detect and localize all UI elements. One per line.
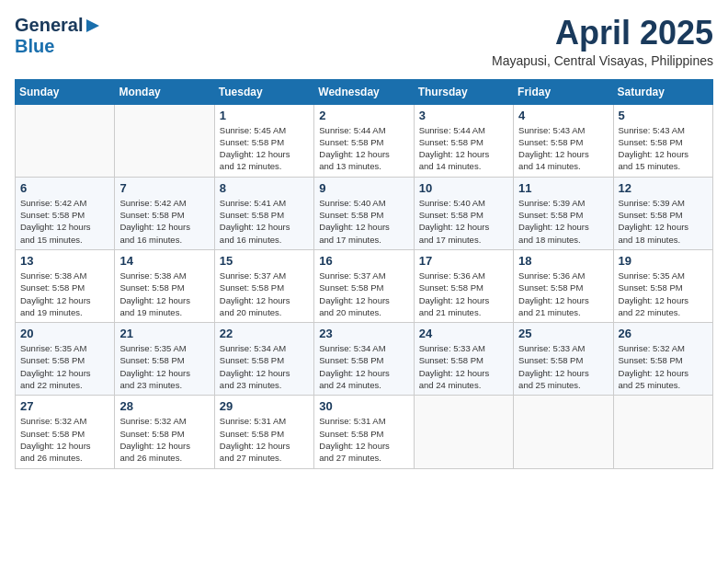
calendar-cell-w0-d2: 1Sunrise: 5:45 AM Sunset: 5:58 PM Daylig…: [214, 104, 313, 177]
calendar-cell-w3-d2: 22Sunrise: 5:34 AM Sunset: 5:58 PM Dayli…: [214, 323, 313, 396]
calendar-table: Sunday Monday Tuesday Wednesday Thursday…: [15, 79, 713, 469]
header-thursday: Thursday: [414, 79, 513, 104]
day-info: Sunrise: 5:37 AM Sunset: 5:58 PM Dayligh…: [319, 270, 408, 318]
calendar-cell-w4-d3: 30Sunrise: 5:31 AM Sunset: 5:58 PM Dayli…: [314, 396, 414, 468]
month-title: April 2025: [492, 15, 713, 52]
calendar-cell-w1-d2: 8Sunrise: 5:41 AM Sunset: 5:58 PM Daylig…: [214, 177, 313, 249]
day-number: 4: [518, 109, 608, 122]
day-number: 29: [220, 399, 309, 413]
day-info: Sunrise: 5:32 AM Sunset: 5:58 PM Dayligh…: [119, 415, 209, 464]
day-number: 22: [220, 327, 309, 340]
day-number: 17: [419, 254, 508, 268]
day-number: 2: [319, 109, 408, 122]
calendar-cell-w3-d4: 24Sunrise: 5:33 AM Sunset: 5:58 PM Dayli…: [414, 323, 513, 396]
calendar-cell-w3-d5: 25Sunrise: 5:33 AM Sunset: 5:58 PM Dayli…: [514, 323, 613, 396]
calendar-cell-w0-d0: [16, 104, 115, 177]
calendar-cell-w4-d4: [414, 396, 513, 468]
day-info: Sunrise: 5:31 AM Sunset: 5:58 PM Dayligh…: [319, 415, 408, 464]
day-info: Sunrise: 5:35 AM Sunset: 5:58 PM Dayligh…: [119, 342, 209, 391]
logo-triangle-icon: [85, 17, 101, 34]
day-number: 21: [119, 327, 209, 340]
calendar-cell-w1-d0: 6Sunrise: 5:42 AM Sunset: 5:58 PM Daylig…: [16, 177, 115, 249]
logo-blue-text: Blue: [15, 36, 54, 57]
day-number: 12: [619, 181, 708, 195]
week-row-3: 20Sunrise: 5:35 AM Sunset: 5:58 PM Dayli…: [16, 323, 713, 396]
location-title: Mayapusi, Central Visayas, Philippines: [492, 53, 713, 68]
day-number: 23: [319, 327, 408, 340]
day-number: 15: [220, 254, 309, 268]
calendar-cell-w1-d6: 12Sunrise: 5:39 AM Sunset: 5:58 PM Dayli…: [613, 177, 712, 249]
day-info: Sunrise: 5:34 AM Sunset: 5:58 PM Dayligh…: [220, 342, 309, 391]
day-info: Sunrise: 5:40 AM Sunset: 5:58 PM Dayligh…: [419, 197, 508, 246]
day-number: 10: [419, 181, 508, 195]
day-number: 3: [419, 109, 508, 122]
calendar-cell-w1-d5: 11Sunrise: 5:39 AM Sunset: 5:58 PM Dayli…: [514, 177, 613, 249]
title-area: April 2025 Mayapusi, Central Visayas, Ph…: [492, 15, 713, 68]
day-number: 7: [119, 181, 209, 195]
day-info: Sunrise: 5:37 AM Sunset: 5:58 PM Dayligh…: [220, 270, 309, 318]
logo: General Blue: [15, 15, 101, 57]
calendar-cell-w2-d2: 15Sunrise: 5:37 AM Sunset: 5:58 PM Dayli…: [214, 249, 313, 322]
calendar-cell-w1-d4: 10Sunrise: 5:40 AM Sunset: 5:58 PM Dayli…: [414, 177, 513, 249]
day-info: Sunrise: 5:39 AM Sunset: 5:58 PM Dayligh…: [619, 197, 708, 246]
day-info: Sunrise: 5:45 AM Sunset: 5:58 PM Dayligh…: [220, 124, 309, 173]
day-info: Sunrise: 5:38 AM Sunset: 5:58 PM Dayligh…: [20, 270, 109, 318]
day-info: Sunrise: 5:35 AM Sunset: 5:58 PM Dayligh…: [619, 270, 708, 318]
calendar-cell-w1-d1: 7Sunrise: 5:42 AM Sunset: 5:58 PM Daylig…: [115, 177, 214, 249]
weekday-header-row: Sunday Monday Tuesday Wednesday Thursday…: [16, 79, 713, 104]
calendar-cell-w2-d5: 18Sunrise: 5:36 AM Sunset: 5:58 PM Dayli…: [514, 249, 613, 322]
calendar-cell-w3-d6: 26Sunrise: 5:32 AM Sunset: 5:58 PM Dayli…: [613, 323, 712, 396]
day-info: Sunrise: 5:36 AM Sunset: 5:58 PM Dayligh…: [518, 270, 608, 318]
week-row-4: 27Sunrise: 5:32 AM Sunset: 5:58 PM Dayli…: [16, 396, 713, 468]
header-sunday: Sunday: [16, 79, 115, 104]
calendar-cell-w2-d3: 16Sunrise: 5:37 AM Sunset: 5:58 PM Dayli…: [314, 249, 414, 322]
day-info: Sunrise: 5:41 AM Sunset: 5:58 PM Dayligh…: [220, 197, 309, 246]
day-info: Sunrise: 5:32 AM Sunset: 5:58 PM Dayligh…: [619, 342, 708, 391]
calendar-cell-w0-d4: 3Sunrise: 5:44 AM Sunset: 5:58 PM Daylig…: [414, 104, 513, 177]
day-info: Sunrise: 5:35 AM Sunset: 5:58 PM Dayligh…: [20, 342, 109, 391]
calendar-cell-w1-d3: 9Sunrise: 5:40 AM Sunset: 5:58 PM Daylig…: [314, 177, 414, 249]
calendar-cell-w2-d4: 17Sunrise: 5:36 AM Sunset: 5:58 PM Dayli…: [414, 249, 513, 322]
day-info: Sunrise: 5:36 AM Sunset: 5:58 PM Dayligh…: [419, 270, 508, 318]
calendar-cell-w4-d0: 27Sunrise: 5:32 AM Sunset: 5:58 PM Dayli…: [16, 396, 115, 468]
header-wednesday: Wednesday: [314, 79, 414, 104]
header-monday: Monday: [115, 79, 214, 104]
calendar-cell-w4-d5: [514, 396, 613, 468]
week-row-1: 6Sunrise: 5:42 AM Sunset: 5:58 PM Daylig…: [16, 177, 713, 249]
day-info: Sunrise: 5:43 AM Sunset: 5:58 PM Dayligh…: [619, 124, 708, 173]
day-number: 25: [518, 327, 608, 340]
calendar-cell-w0-d6: 5Sunrise: 5:43 AM Sunset: 5:58 PM Daylig…: [613, 104, 712, 177]
week-row-0: 1Sunrise: 5:45 AM Sunset: 5:58 PM Daylig…: [16, 104, 713, 177]
header-friday: Friday: [514, 79, 613, 104]
day-info: Sunrise: 5:44 AM Sunset: 5:58 PM Dayligh…: [319, 124, 408, 173]
day-number: 1: [220, 109, 309, 122]
day-number: 5: [619, 109, 708, 122]
calendar-cell-w0-d3: 2Sunrise: 5:44 AM Sunset: 5:58 PM Daylig…: [314, 104, 414, 177]
day-number: 11: [518, 181, 608, 195]
day-number: 14: [119, 254, 209, 268]
day-number: 27: [20, 399, 109, 413]
header: General Blue April 2025 Mayapusi, Centra…: [15, 15, 713, 68]
calendar-cell-w3-d0: 20Sunrise: 5:35 AM Sunset: 5:58 PM Dayli…: [16, 323, 115, 396]
day-info: Sunrise: 5:38 AM Sunset: 5:58 PM Dayligh…: [119, 270, 209, 318]
calendar-cell-w4-d2: 29Sunrise: 5:31 AM Sunset: 5:58 PM Dayli…: [214, 396, 313, 468]
week-row-2: 13Sunrise: 5:38 AM Sunset: 5:58 PM Dayli…: [16, 249, 713, 322]
calendar-cell-w4-d1: 28Sunrise: 5:32 AM Sunset: 5:58 PM Dayli…: [115, 396, 214, 468]
day-number: 18: [518, 254, 608, 268]
header-saturday: Saturday: [613, 79, 712, 104]
day-number: 28: [119, 399, 209, 413]
day-number: 24: [419, 327, 508, 340]
day-number: 20: [20, 327, 109, 340]
day-number: 19: [619, 254, 708, 268]
day-info: Sunrise: 5:31 AM Sunset: 5:58 PM Dayligh…: [220, 415, 309, 464]
day-number: 30: [319, 399, 408, 413]
calendar-cell-w0-d1: [115, 104, 214, 177]
day-number: 9: [319, 181, 408, 195]
day-info: Sunrise: 5:44 AM Sunset: 5:58 PM Dayligh…: [419, 124, 508, 173]
calendar-cell-w4-d6: [613, 396, 712, 468]
day-info: Sunrise: 5:42 AM Sunset: 5:58 PM Dayligh…: [20, 197, 109, 246]
calendar-cell-w2-d6: 19Sunrise: 5:35 AM Sunset: 5:58 PM Dayli…: [613, 249, 712, 322]
day-number: 26: [619, 327, 708, 340]
calendar-cell-w0-d5: 4Sunrise: 5:43 AM Sunset: 5:58 PM Daylig…: [514, 104, 613, 177]
day-number: 6: [20, 181, 109, 195]
